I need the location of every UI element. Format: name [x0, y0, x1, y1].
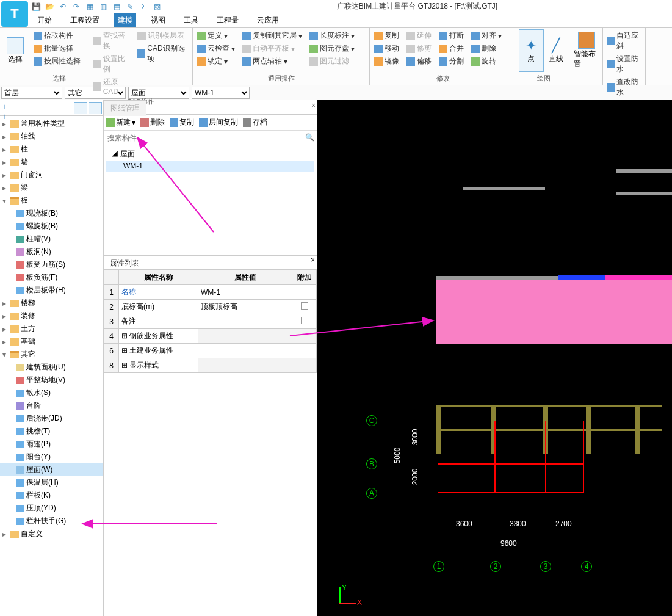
delete-button[interactable]: 删除 — [469, 43, 504, 54]
menu-project-settings[interactable]: 工程设置 — [67, 13, 103, 27]
rotate-button[interactable]: 旋转 — [469, 56, 504, 67]
tree-earth[interactable]: ▸土方 — [0, 322, 103, 335]
tree-cast-slab[interactable]: 现浇板(B) — [0, 207, 103, 220]
component-tree-item[interactable]: WM-1 — [106, 161, 314, 172]
split-button[interactable]: 分割 — [437, 56, 466, 67]
qat-icon[interactable]: ✎ — [125, 1, 135, 12]
select-by-property-button[interactable]: 按属性选择 — [32, 56, 86, 67]
qat-save-icon[interactable]: 💾 — [31, 1, 42, 12]
qat-open-icon[interactable]: 📂 — [44, 1, 55, 12]
cad-id-options-button[interactable]: CAD识别选项 — [135, 43, 190, 65]
tree-axis[interactable]: ▸轴线 — [0, 130, 103, 143]
tree-slab-hole[interactable]: 板洞(N) — [0, 245, 103, 258]
checkbox[interactable] — [301, 317, 308, 324]
set-waterproof-button[interactable]: 设置防水 — [605, 53, 643, 75]
tree-column[interactable]: ▸柱 — [0, 143, 103, 156]
tree-parapet[interactable]: 栏板(K) — [0, 489, 103, 502]
tree-common[interactable]: ▸常用构件类型 — [0, 117, 103, 130]
menu-quantity[interactable]: 工程量 — [213, 13, 242, 27]
floor-select[interactable]: 首层 — [1, 87, 62, 99]
tree-beam[interactable]: ▸梁 — [0, 181, 103, 194]
tree-door[interactable]: ▸门窗洞 — [0, 168, 103, 181]
item-select[interactable]: WM-1 — [192, 87, 250, 99]
merge-button[interactable]: 合并 — [437, 43, 466, 54]
panel-tab-1-icon[interactable] — [74, 102, 87, 114]
tab-layer-mgmt[interactable]: 图层管理 — [104, 256, 145, 271]
pick-component-button[interactable]: 拾取构件 — [32, 30, 86, 42]
axis-a: A — [366, 488, 377, 499]
copy-button[interactable]: 复制 — [170, 117, 194, 128]
qat-icon[interactable]: ▥ — [98, 1, 109, 12]
checkbox[interactable] — [301, 302, 308, 310]
qat-redo-icon[interactable]: ↷ — [71, 1, 82, 12]
tree-deco[interactable]: ▸装修 — [0, 310, 103, 322]
break-button[interactable]: 打断 — [437, 30, 466, 42]
tree-steps[interactable]: 台阶 — [0, 399, 103, 412]
select-button[interactable]: 选择 — [2, 29, 28, 72]
two-point-aux-button[interactable]: 两点辅轴 ▾ — [240, 56, 304, 67]
smart-layout-button[interactable]: 智能布置 — [574, 29, 599, 72]
tree-leveling[interactable]: 平整场地(V) — [0, 374, 103, 386]
tree-custom[interactable]: ▸自定义 — [0, 527, 103, 540]
qat-undo-icon[interactable]: ↶ — [57, 1, 68, 12]
copy-to-layer-button[interactable]: 复制到其它层 ▾ — [240, 30, 304, 42]
tree-railing[interactable]: 栏杆扶手(G) — [0, 515, 103, 527]
copy-button[interactable]: 复制 — [372, 30, 401, 42]
tree-floor-band[interactable]: 楼层板带(H) — [0, 284, 103, 297]
qat-icon[interactable]: ▤ — [111, 1, 122, 12]
tree-spiral-slab[interactable]: 螺旋板(B) — [0, 220, 103, 233]
define-button[interactable]: 定义 ▾ — [195, 30, 237, 42]
delete-button[interactable]: 删除 — [140, 117, 165, 128]
offset-button[interactable]: 偏移 — [405, 56, 433, 67]
tree-eaves[interactable]: 挑檐(T) — [0, 425, 103, 438]
line-button[interactable]: ╱直线 — [544, 29, 568, 72]
tree-neg-rebar[interactable]: 板负筋(F) — [0, 271, 103, 284]
tree-other[interactable]: ▾其它 — [0, 348, 103, 361]
tree-found[interactable]: ▸基础 — [0, 335, 103, 348]
tree-slab-rebar[interactable]: 板受力筋(S) — [0, 258, 103, 271]
length-dim-button[interactable]: 长度标注 ▾ — [308, 30, 356, 42]
align-button[interactable]: 对齐 ▾ — [469, 30, 504, 42]
check-waterproof-button[interactable]: 查改防水 — [605, 76, 643, 98]
adaptive-slope-button[interactable]: 自适应斜 — [605, 30, 643, 52]
new-button[interactable]: 新建 ▾ — [106, 117, 135, 128]
tree-canopy[interactable]: 雨篷(P) — [0, 438, 103, 451]
tree-area[interactable]: 建筑面积(U) — [0, 361, 103, 374]
tab-drawing-mgmt[interactable]: 图纸管理 — [104, 100, 146, 116]
element-store-button[interactable]: 图元存盘 ▾ — [308, 43, 356, 54]
archive-button[interactable]: 存档 — [243, 117, 267, 128]
qat-sum-icon[interactable]: Σ — [138, 1, 149, 12]
menu-tools[interactable]: 工具 — [180, 13, 202, 27]
close-panel-icon[interactable]: × — [311, 101, 316, 110]
menu-cloud[interactable]: 云应用 — [253, 13, 283, 27]
cloud-check-button[interactable]: 云检查 ▾ — [195, 43, 237, 54]
tree-roof[interactable]: 屋面(W) — [0, 463, 103, 476]
tree-stair[interactable]: ▸楼梯 — [0, 297, 103, 310]
point-button[interactable]: ✦点 — [519, 29, 544, 72]
batch-select-button[interactable]: 批量选择 — [32, 43, 86, 54]
lock-button[interactable]: 锁定 ▾ — [195, 56, 237, 67]
tree-balcony[interactable]: 阳台(Y) — [0, 451, 103, 463]
tree-apron[interactable]: 散水(S) — [0, 386, 103, 399]
tree-col-cap[interactable]: 柱帽(V) — [0, 233, 103, 245]
search-icon[interactable]: 🔍 — [305, 133, 314, 142]
tree-coping[interactable]: 压顶(YD) — [0, 502, 103, 515]
floor-copy-button[interactable]: 层间复制 — [199, 117, 238, 128]
menu-start[interactable]: 开始 — [34, 13, 56, 27]
qat-icon[interactable]: ▧ — [151, 1, 162, 12]
add-tab-icon[interactable]: + + — [1, 102, 13, 114]
component-tree-root[interactable]: ◢ 屋面 — [106, 148, 314, 161]
qat-icon[interactable]: ▦ — [84, 1, 95, 12]
property-table[interactable]: 属性名称属性值附加 1名称WM-1 2底标高(m)顶板顶标高 3备注 4⊞ 钢筋… — [104, 270, 317, 616]
tree-slab[interactable]: ▾板 — [0, 194, 103, 207]
tree-postcast[interactable]: 后浇带(JD) — [0, 412, 103, 425]
search-input[interactable] — [104, 131, 317, 145]
tree-insulation[interactable]: 保温层(H) — [0, 476, 103, 489]
menu-view[interactable]: 视图 — [147, 13, 169, 27]
menu-modeling[interactable]: 建模 — [114, 13, 136, 27]
move-button[interactable]: 移动 — [372, 43, 401, 54]
drawing-canvas[interactable]: C B A 1 2 3 4 3000 2000 5000 3600 3300 2… — [317, 100, 672, 616]
tree-wall[interactable]: ▸墙 — [0, 156, 103, 168]
mirror-button[interactable]: 镜像 — [372, 56, 401, 67]
close-props-icon[interactable]: × — [311, 256, 315, 269]
